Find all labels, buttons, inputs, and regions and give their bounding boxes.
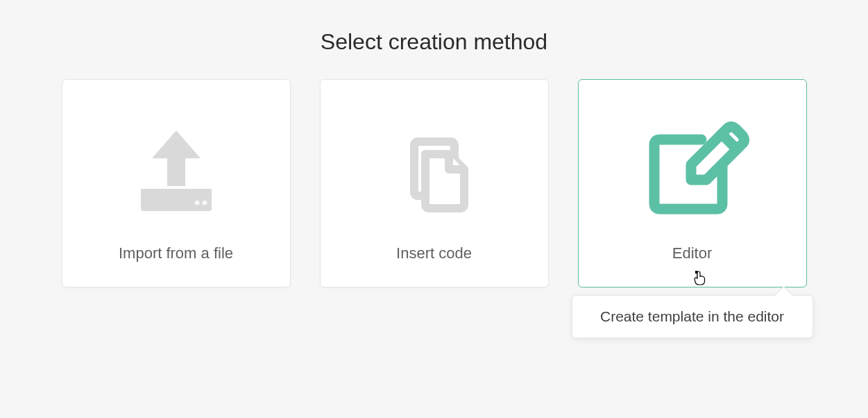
tooltip-text: Create template in the editor bbox=[600, 308, 784, 324]
card-editor[interactable]: Editor Create template in the editor bbox=[578, 79, 807, 287]
card-label: Insert code bbox=[396, 244, 472, 262]
upload-icon bbox=[124, 111, 228, 229]
card-label: Editor bbox=[672, 244, 712, 262]
tooltip: Create template in the editor bbox=[572, 295, 813, 338]
card-insert-code[interactable]: Insert code bbox=[320, 79, 549, 287]
svg-rect-3 bbox=[695, 271, 698, 274]
edit-icon bbox=[633, 111, 751, 229]
card-label: Import from a file bbox=[119, 244, 233, 262]
creation-method-panel: Select creation method Import from a fil… bbox=[0, 0, 868, 287]
card-import-from-file[interactable]: Import from a file bbox=[62, 79, 291, 287]
svg-point-1 bbox=[202, 201, 207, 206]
documents-icon bbox=[382, 111, 486, 229]
mouse-cursor-icon bbox=[692, 271, 706, 286]
cards-row: Import from a file Insert code bbox=[0, 79, 868, 287]
svg-rect-4 bbox=[695, 271, 704, 274]
page-title: Select creation method bbox=[0, 29, 868, 55]
svg-point-0 bbox=[194, 201, 199, 206]
